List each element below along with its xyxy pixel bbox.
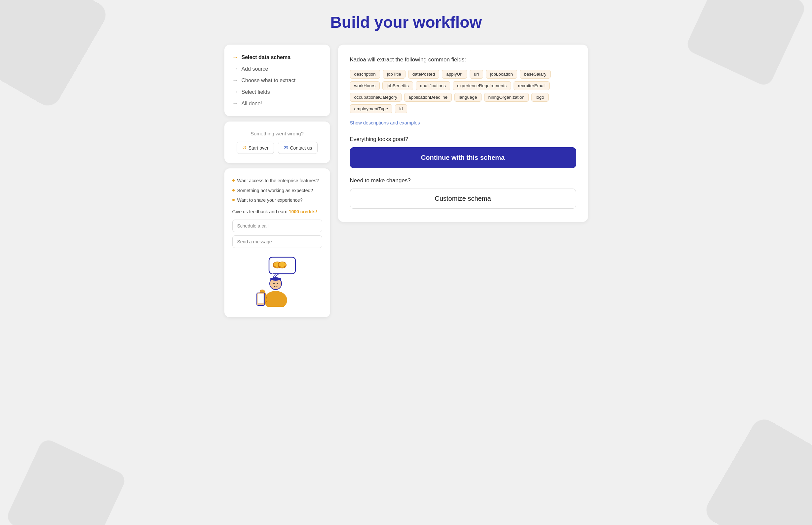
send-message-input[interactable] — [232, 236, 322, 248]
svg-rect-15 — [258, 294, 264, 303]
feedback-text-3: Want to share your experience? — [237, 197, 303, 204]
svg-point-12 — [264, 291, 287, 307]
feedback-text-1: Want access to the enterprise features? — [237, 178, 319, 184]
svg-point-11 — [277, 283, 278, 284]
schema-tag: hiringOrganization — [484, 93, 529, 102]
error-label: Something went wrong? — [232, 131, 322, 136]
step-label-2: Add source — [242, 66, 269, 72]
step-label-3: Choose what to extract — [242, 78, 296, 84]
schema-tag: jobTitle — [383, 70, 406, 79]
schema-intro: Kadoa will extract the following common … — [350, 57, 576, 63]
schema-tag: language — [454, 93, 481, 102]
step-arrow-2: → — [232, 65, 238, 72]
main-layout: → Select data schema → Add source → Choo… — [224, 45, 588, 317]
step-label-1: Select data schema — [242, 55, 291, 60]
feedback-text-2: Something not working as expected? — [237, 188, 313, 194]
step-arrow-1: → — [232, 54, 238, 61]
start-over-label: Start over — [248, 145, 269, 151]
schema-tag: applicationDeadline — [404, 93, 452, 102]
step-arrow-4: → — [232, 89, 238, 95]
left-column: → Select data schema → Add source → Choo… — [224, 45, 330, 317]
schema-tag: jobBenefits — [382, 81, 413, 90]
mail-icon: ✉ — [284, 145, 288, 151]
step-arrow-3: → — [232, 77, 238, 84]
step-label-4: Select fields — [242, 89, 270, 95]
step-item-5[interactable]: → All done! — [232, 100, 322, 107]
feedback-list: Want access to the enterprise features? … — [232, 178, 322, 204]
start-over-button[interactable]: ↺ Start over — [237, 142, 274, 154]
schema-tag: applyUrl — [442, 70, 467, 79]
schema-tag: description — [350, 70, 380, 79]
show-descriptions-link[interactable]: Show descriptions and examples — [350, 120, 420, 125]
right-column: Kadoa will extract the following common … — [338, 45, 588, 222]
step-item-4[interactable]: → Select fields — [232, 89, 322, 95]
schema-tag: workHours — [350, 81, 380, 90]
illustration-area — [232, 254, 322, 308]
bullet-2 — [232, 189, 235, 192]
feedback-earn-text: Give us feedback and earn — [232, 209, 289, 214]
everything-label: Everything looks good? — [350, 136, 576, 142]
contact-label: Contact us — [290, 145, 312, 151]
page-wrapper: Build your workflow → Select data schema… — [224, 13, 588, 317]
error-card: Something went wrong? ↺ Start over ✉ Con… — [224, 121, 330, 163]
schema-tag: id — [395, 104, 407, 113]
person-illustration — [251, 254, 304, 308]
step-item-2[interactable]: → Add source — [232, 65, 322, 72]
continue-button[interactable]: Continue with this schema — [350, 147, 576, 168]
step-label-5: All done! — [242, 101, 262, 107]
refresh-icon: ↺ — [242, 145, 247, 151]
credits-highlight: 1000 credits! — [289, 209, 317, 214]
feedback-item-2: Something not working as expected? — [232, 188, 322, 194]
schema-tag: datePosted — [408, 70, 439, 79]
step-item-1[interactable]: → Select data schema — [232, 54, 322, 61]
steps-card: → Select data schema → Add source → Choo… — [224, 45, 330, 116]
need-changes-label: Need to make changes? — [350, 177, 576, 184]
feedback-earn: Give us feedback and earn 1000 credits! — [232, 209, 322, 214]
schema-tag: logo — [532, 93, 549, 102]
page-title: Build your workflow — [224, 13, 588, 31]
schema-tag: jobLocation — [486, 70, 517, 79]
contact-button[interactable]: ✉ Contact us — [278, 142, 318, 154]
step-item-3[interactable]: → Choose what to extract — [232, 77, 322, 84]
schema-tag: occupationalCategory — [350, 93, 402, 102]
bg-shape-top-right — [684, 0, 807, 88]
svg-point-10 — [273, 283, 275, 284]
feedback-card: Want access to the enterprise features? … — [224, 168, 330, 317]
schema-tag: qualifications — [416, 81, 450, 90]
schema-tag: recruiterEmail — [513, 81, 550, 90]
svg-point-4 — [278, 262, 286, 267]
schema-tag: baseSalary — [520, 70, 551, 79]
bg-shape-bottom-left — [5, 437, 128, 525]
schedule-call-input[interactable] — [232, 220, 322, 232]
svg-rect-9 — [270, 278, 281, 280]
feedback-item-3: Want to share your experience? — [232, 197, 322, 204]
customize-button[interactable]: Customize schema — [350, 189, 576, 209]
feedback-item-1: Want access to the enterprise features? — [232, 178, 322, 184]
schema-tag: experienceRequirements — [453, 81, 511, 90]
schema-tag: url — [469, 70, 483, 79]
bullet-3 — [232, 199, 235, 201]
step-arrow-5: → — [232, 100, 238, 107]
schema-tag: employmentType — [350, 104, 393, 113]
tags-container: descriptionjobTitledatePostedapplyUrlurl… — [350, 70, 576, 113]
bullet-1 — [232, 179, 235, 182]
error-buttons: ↺ Start over ✉ Contact us — [232, 142, 322, 154]
